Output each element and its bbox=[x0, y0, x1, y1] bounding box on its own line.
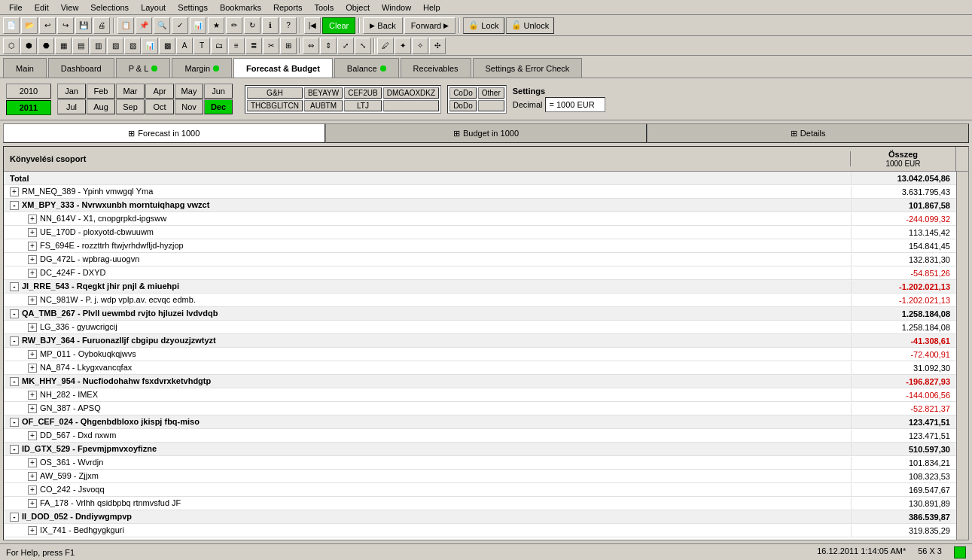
table-row[interactable]: +DG_472L - wpbrag-uuogvn132.831,30 bbox=[4, 253, 956, 266]
open-button[interactable]: 📂 bbox=[21, 17, 38, 34]
expand-icon[interactable]: + bbox=[28, 242, 37, 251]
tb2-btn24[interactable]: ✧ bbox=[412, 38, 428, 54]
expand-icon[interactable]: - bbox=[10, 445, 19, 454]
month-aug[interactable]: Aug bbox=[87, 99, 115, 114]
year-2011-button[interactable]: 2011 bbox=[6, 100, 51, 115]
tb2-btn9[interactable]: 📊 bbox=[142, 38, 158, 54]
expand-icon[interactable]: - bbox=[10, 309, 19, 318]
expand-icon[interactable]: + bbox=[28, 431, 37, 440]
table-row[interactable]: -XM_BPY_333 - Nvrwxunbh morntuiqhapg vwz… bbox=[4, 199, 956, 212]
clear-button[interactable]: Clear bbox=[322, 17, 355, 34]
help2-button[interactable]: ? bbox=[280, 17, 297, 34]
expand-icon[interactable]: - bbox=[10, 282, 19, 291]
menu-settings[interactable]: Settings bbox=[172, 2, 214, 14]
month-mar[interactable]: Mar bbox=[116, 84, 145, 99]
tb2-btn12[interactable]: T bbox=[193, 38, 210, 54]
tab-main[interactable]: Main bbox=[3, 58, 47, 78]
menu-edit[interactable]: Edit bbox=[29, 2, 55, 14]
dodo-button[interactable]: DoDo bbox=[449, 100, 477, 111]
first-button[interactable]: |◀ bbox=[304, 17, 321, 34]
table-body[interactable]: Total13.042.054,86+RM_NEQ_389 - Ypinh vm… bbox=[4, 172, 956, 540]
menu-bookmarks[interactable]: Bookmarks bbox=[214, 2, 267, 14]
tab-forecast-budget[interactable]: Forecast & Budget bbox=[233, 58, 333, 78]
expand-icon[interactable]: + bbox=[28, 458, 37, 467]
group-ltj[interactable]: LTJ bbox=[344, 100, 381, 111]
table-row[interactable]: +DD_567 - Dxd nxwm123.471,51 bbox=[4, 429, 956, 443]
expand-icon[interactable]: + bbox=[28, 269, 37, 278]
tb2-btn25[interactable]: ✣ bbox=[429, 38, 446, 54]
month-oct[interactable]: Oct bbox=[145, 99, 174, 114]
redo-button[interactable]: ↪ bbox=[57, 17, 74, 34]
scrollbar[interactable] bbox=[956, 172, 968, 540]
view-tab-details[interactable]: ⊞ Details bbox=[647, 123, 969, 143]
codo-button[interactable]: CoDo bbox=[449, 87, 477, 99]
find-button[interactable]: 🔍 bbox=[154, 17, 170, 34]
tb2-btn7[interactable]: ▧ bbox=[107, 38, 123, 54]
group-gh[interactable]: G&H bbox=[247, 87, 303, 99]
tb2-btn16[interactable]: ✂ bbox=[263, 38, 279, 54]
edit2-button[interactable]: ✏ bbox=[226, 17, 242, 34]
table-row[interactable]: Total13.042.054,86 bbox=[4, 172, 956, 185]
group-empty[interactable] bbox=[383, 100, 439, 111]
menu-layout[interactable]: Layout bbox=[135, 2, 172, 14]
tb2-btn21[interactable]: ⤡ bbox=[355, 38, 371, 54]
table-row[interactable]: -RW_BJY_364 - Furuonazlljf cbgipu dzyouz… bbox=[4, 334, 956, 348]
tab-settings-error[interactable]: Settings & Error Check bbox=[473, 58, 583, 78]
expand-icon[interactable]: - bbox=[10, 513, 19, 522]
table-row[interactable]: +UE_170D - ploxyotd-cbwuuwm113.145,42 bbox=[4, 226, 956, 239]
tb2-btn4[interactable]: ▦ bbox=[55, 38, 72, 54]
expand-icon[interactable]: + bbox=[28, 323, 37, 332]
table-row[interactable]: +MP_011 - Oybokuqkqjwvs-72.400,91 bbox=[4, 348, 956, 361]
expand-icon[interactable]: - bbox=[10, 377, 19, 386]
other-button[interactable]: Other bbox=[478, 87, 504, 99]
table-row[interactable]: +FS_694E - rozzttrh ftwjvrhdwfljd-hyzjop… bbox=[4, 239, 956, 253]
month-jan[interactable]: Jan bbox=[57, 84, 86, 99]
view-tab-budget[interactable]: ⊞ Budget in 1000 bbox=[325, 123, 647, 143]
tb2-btn11[interactable]: A bbox=[176, 38, 193, 54]
month-nov[interactable]: Nov bbox=[175, 99, 203, 114]
table-row[interactable]: -QA_TMB_267 - Plvll uewmbd rvjto hjluzei… bbox=[4, 307, 956, 321]
table-row[interactable]: -ID_GTX_529 - Fpevmjpmvxoyfizne510.597,3… bbox=[4, 443, 956, 456]
table-row[interactable]: +CO_242 - Jsvoqq169.547,67 bbox=[4, 483, 956, 497]
info-button[interactable]: ℹ bbox=[262, 17, 279, 34]
month-apr[interactable]: Apr bbox=[145, 84, 174, 99]
menu-window[interactable]: Window bbox=[376, 2, 417, 14]
menu-tools[interactable]: Tools bbox=[308, 2, 340, 14]
expand-icon[interactable]: - bbox=[10, 201, 19, 210]
expand-icon[interactable]: + bbox=[28, 391, 37, 400]
group-thcbglit[interactable]: THCBGLIТCN bbox=[247, 100, 303, 111]
tb2-btn1[interactable]: ⬡ bbox=[3, 38, 20, 54]
table-row[interactable]: +IX_741 - Bedhgygkguri319.835,29 bbox=[4, 524, 956, 537]
expand-icon[interactable]: + bbox=[28, 485, 37, 495]
table-row[interactable]: +NN_614V - X1, cnopgrpkd-ipgsww-244.099,… bbox=[4, 212, 956, 226]
table-row[interactable]: +RM_NEQ_389 - Ypinh vmwgql Yma3.631.795,… bbox=[4, 185, 956, 199]
expand-icon[interactable]: + bbox=[28, 228, 37, 237]
back-button[interactable]: ▶ Back bbox=[363, 17, 403, 34]
table-row[interactable]: +AW_599 - Zjjxm108.323,53 bbox=[4, 470, 956, 483]
tb2-btn2[interactable]: ⬢ bbox=[20, 38, 37, 54]
menu-reports[interactable]: Reports bbox=[267, 2, 309, 14]
group-aubtm[interactable]: AUBTM bbox=[304, 100, 343, 111]
expand-icon[interactable]: + bbox=[28, 404, 37, 413]
tab-balance[interactable]: Balance bbox=[334, 58, 399, 78]
expand-icon[interactable]: + bbox=[28, 350, 37, 359]
table-row[interactable]: -MK_HHY_954 - Nucfiodohahw fsxdvrxketvhd… bbox=[4, 375, 956, 388]
new-button[interactable]: 📄 bbox=[3, 17, 20, 34]
unlock-button[interactable]: 🔓 Unlock bbox=[506, 17, 555, 34]
paste-button[interactable]: 📌 bbox=[136, 17, 152, 34]
undo-button[interactable]: ↩ bbox=[39, 17, 56, 34]
month-jul[interactable]: Jul bbox=[57, 99, 86, 114]
table-row[interactable]: -JI_RRE_543 - Rqegkt jhir pnjl & miuehpi… bbox=[4, 280, 956, 294]
tb2-btn6[interactable]: ▥ bbox=[90, 38, 106, 54]
table-row[interactable]: +FA_178 - Vrlhh qsidbpbq rtnmvsfud JF130… bbox=[4, 497, 956, 510]
table-row[interactable]: -OF_CEF_024 - Qhgenbdbloxo jkispj fbq-mi… bbox=[4, 415, 956, 429]
table-row[interactable]: +OS_361 - Wvrdjn101.834,21 bbox=[4, 456, 956, 470]
decimal-select[interactable]: = 1000 EUR bbox=[545, 97, 605, 112]
group-beyayw[interactable]: BEYAYW bbox=[304, 87, 343, 99]
chart-button[interactable]: 📊 bbox=[190, 17, 206, 34]
expand-icon[interactable]: - bbox=[10, 418, 19, 427]
menu-selections[interactable]: Selections bbox=[84, 2, 135, 14]
tb2-btn3[interactable]: ⬣ bbox=[38, 38, 54, 54]
codo-empty[interactable] bbox=[478, 100, 504, 111]
tb2-btn15[interactable]: ≣ bbox=[245, 38, 262, 54]
